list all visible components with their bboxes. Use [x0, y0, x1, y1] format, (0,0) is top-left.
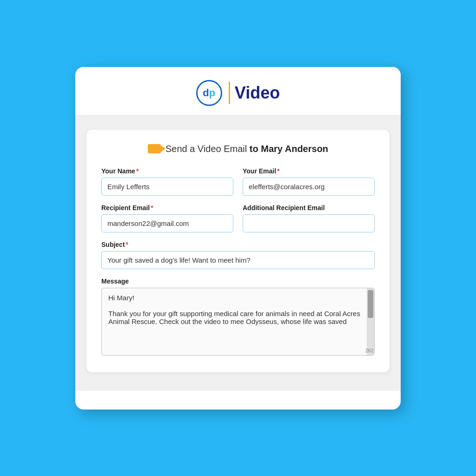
row-name-email: Your Name* Your Email* [101, 167, 375, 196]
logo-circle: dp [196, 80, 222, 106]
scroll-counter: 262 [365, 348, 373, 353]
scrollbar-thumb [368, 290, 373, 318]
your-email-label: Your Email* [243, 167, 375, 175]
row-recipients: Recipient Email* Additional Recipient Em… [101, 204, 375, 232]
video-camera-icon [148, 144, 161, 153]
subject-row: Subject* [101, 241, 375, 269]
additional-recipient-label: Additional Recipient Email [243, 204, 375, 212]
logo-text: Video [235, 83, 280, 103]
message-textarea[interactable]: Hi Mary! Thank you for your gift support… [102, 288, 374, 353]
indicator-dot-1 [86, 400, 103, 402]
your-email-input[interactable] [243, 178, 375, 196]
logo-divider [229, 82, 230, 104]
your-email-group: Your Email* [243, 167, 375, 196]
subject-label: Subject* [101, 241, 375, 248]
your-name-label: Your Name* [101, 167, 233, 175]
additional-recipient-input[interactable] [243, 214, 375, 232]
logo-dp-text: dp [203, 88, 215, 98]
message-group: Message Hi Mary! Thank you for your gift… [101, 278, 375, 356]
bottom-indicators [75, 391, 401, 410]
form-card: Send a Video Email to Mary Anderson Your… [86, 130, 390, 372]
message-area-wrapper: Hi Mary! Thank you for your gift support… [101, 288, 375, 356]
subject-input[interactable] [101, 251, 375, 269]
your-name-input[interactable] [101, 178, 233, 196]
form-title-text: Send a Video Email to Mary Anderson [165, 144, 328, 154]
subject-group: Subject* [101, 241, 375, 269]
message-label: Message [101, 278, 375, 285]
additional-recipient-group: Additional Recipient Email [243, 204, 375, 232]
scrollbar-track[interactable] [367, 288, 374, 355]
your-name-group: Your Name* [101, 167, 233, 196]
header: dp Video [75, 67, 401, 116]
recipient-email-group: Recipient Email* [101, 204, 233, 232]
form-background: Send a Video Email to Mary Anderson Your… [75, 116, 401, 391]
indicator-dot-2 [111, 400, 166, 402]
recipient-email-input[interactable] [101, 214, 233, 232]
main-card: dp Video Send a Video Email to Mary Ande… [75, 67, 401, 410]
form-title: Send a Video Email to Mary Anderson [101, 144, 375, 154]
recipient-email-label: Recipient Email* [101, 204, 233, 212]
